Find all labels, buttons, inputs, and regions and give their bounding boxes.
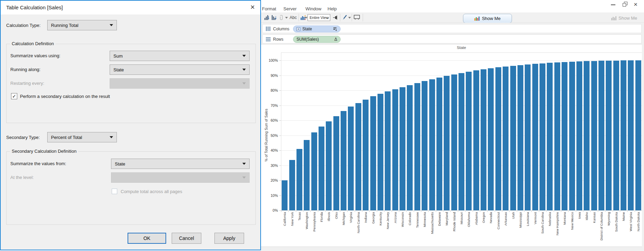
pill-label: SUM(Sales): [296, 37, 319, 42]
caret-down-icon: [242, 163, 246, 165]
caret-down-icon: [110, 24, 113, 26]
pane-border-top: [281, 52, 642, 53]
pin-icon[interactable]: [332, 15, 338, 20]
minimize-icon[interactable]: [611, 4, 615, 5]
toolbar-separator: [340, 14, 340, 21]
secondary-calculation-checkbox-label: Perform a secondary calculation on the r…: [20, 94, 110, 99]
fit-selector[interactable]: Entire View: [308, 14, 330, 21]
pill-label: State: [302, 27, 312, 31]
table-calculation-dialog: Table Calculation [Sales] × Calculation …: [0, 0, 261, 250]
secondary-type-dropdown[interactable]: Percent of Total: [47, 132, 117, 142]
compute-total-checkbox: [112, 189, 117, 194]
at-the-level-dropdown: [111, 172, 250, 183]
secondary-calculation-checkbox[interactable]: ✓: [11, 93, 17, 99]
running-along-value: State: [113, 67, 124, 72]
caret-down-icon: [242, 69, 246, 71]
bottom-strip: [261, 247, 644, 251]
worksheet: [261, 44, 642, 247]
summarize-values-from-label: Summarize the values from:: [10, 161, 66, 166]
sort-descending-icon[interactable]: [271, 15, 277, 20]
summarize-values-label: Summarize values using:: [10, 53, 60, 58]
running-along-label: Running along:: [10, 67, 40, 72]
column-header-title: State: [281, 46, 642, 50]
show-me-bars-gray-icon: [611, 16, 616, 20]
restore-icon[interactable]: [623, 2, 628, 7]
columns-shelf-label: Columns: [273, 27, 289, 31]
rows-shelf-label: Rows: [273, 37, 283, 42]
dialog-title-bar[interactable]: Table Calculation [Sales] ×: [1, 1, 260, 14]
show-me-button[interactable]: Show Me: [463, 14, 512, 23]
highlight-pen-icon[interactable]: [342, 14, 348, 20]
chart-type-dropdown-caret-icon[interactable]: [305, 17, 308, 19]
rows-pill-sum-sales[interactable]: SUM(Sales) Δ: [293, 36, 341, 43]
caret-down-icon: [242, 82, 246, 84]
dialog-title: Table Calculation [Sales]: [6, 4, 63, 10]
x-axis-line: [281, 210, 642, 211]
dialog-close-icon[interactable]: ×: [250, 2, 255, 12]
caret-down-icon: [242, 55, 246, 57]
summarize-values-value: Sum: [113, 53, 123, 59]
abc-label-icon[interactable]: Abc: [290, 15, 297, 20]
summarize-values-dropdown[interactable]: Sum: [110, 51, 250, 61]
calculation-type-dropdown[interactable]: Running Total: [47, 20, 117, 30]
show-me-bars-icon: [474, 16, 480, 21]
expand-plus-icon[interactable]: +: [296, 27, 300, 31]
right-margin: [642, 23, 644, 251]
show-me-label: Show Me: [482, 16, 501, 21]
calculation-type-label: Calculation Type:: [6, 23, 41, 28]
restarting-every-label: Restarting every:: [10, 81, 44, 86]
menu-help[interactable]: Help: [328, 6, 337, 11]
secondary-type-label: Secondary Type:: [6, 135, 40, 140]
ok-button[interactable]: OK: [128, 233, 166, 244]
rows-shelf[interactable]: Rows SUM(Sales) Δ: [262, 34, 642, 43]
menu-window[interactable]: Window: [305, 6, 321, 11]
running-along-dropdown[interactable]: State: [110, 64, 250, 75]
paperclip-icon[interactable]: [279, 14, 284, 21]
menu-format[interactable]: Format: [262, 6, 276, 11]
columns-pill-state[interactable]: + State: [293, 26, 341, 32]
paperclip-dropdown-caret-icon[interactable]: [285, 17, 288, 19]
pen-dropdown-caret-icon[interactable]: [348, 17, 351, 19]
caret-down-icon: [110, 136, 113, 138]
compute-total-checkbox-label: Compute total across all pages: [121, 189, 182, 194]
columns-icon: [266, 27, 271, 31]
columns-shelf[interactable]: Columns + State: [262, 24, 642, 33]
rows-icon: [266, 37, 271, 41]
toolbar-separator: [299, 14, 299, 21]
caret-down-icon: [242, 177, 246, 179]
toolbar-separator: [352, 14, 352, 21]
cancel-button[interactable]: Cancel: [172, 233, 201, 244]
window-close-icon[interactable]: ×: [634, 0, 637, 9]
sort-descending-badge-icon: [333, 27, 337, 31]
apply-button[interactable]: Apply: [214, 233, 244, 244]
sort-ascending-icon[interactable]: [264, 15, 270, 20]
summarize-values-from-dropdown[interactable]: State: [111, 159, 250, 169]
summarize-values-from-value: State: [115, 161, 125, 167]
y-axis-title: % of Total Running Sum of Sales: [264, 109, 268, 161]
show-me-pane-toggle[interactable]: Show Me: [618, 16, 637, 21]
calculation-type-value: Running Total: [51, 23, 78, 28]
restore-front-square: [623, 3, 626, 7]
presentation-mode-icon[interactable]: [354, 15, 360, 20]
at-the-level-label: At the level:: [10, 175, 34, 180]
table-calculation-delta-icon: Δ: [334, 37, 337, 42]
toolbar-separator: [363, 14, 363, 21]
calculation-definition-legend: Calculation Definition: [10, 41, 56, 46]
menu-server[interactable]: Server: [283, 6, 296, 11]
restarting-every-dropdown: [110, 78, 250, 89]
secondary-type-value: Percent of Total: [51, 135, 82, 140]
pane-border-left: [281, 52, 281, 210]
secondary-calculation-definition-legend: Secondary Calculation Definition: [10, 149, 78, 154]
